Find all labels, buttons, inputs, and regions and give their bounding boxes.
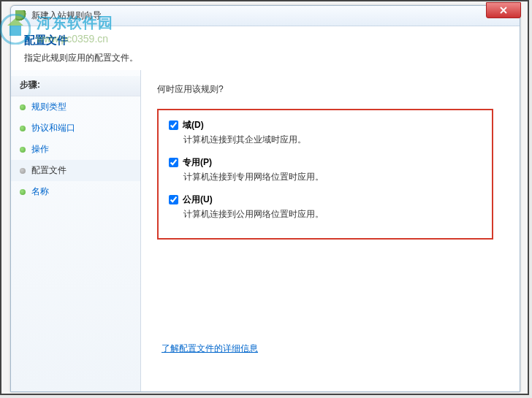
watermark-site-name: 河东软件园	[37, 13, 113, 33]
bullet-icon	[20, 168, 26, 174]
public-desc: 计算机连接到公用网络位置时应用。	[169, 208, 482, 221]
private-label: 专用(P)	[183, 156, 212, 169]
main-panel: 何时应用该规则? 域(D) 计算机连接到其企业域时应用。 专用(P)	[141, 70, 520, 391]
step-action[interactable]: 操作	[11, 139, 140, 160]
bullet-icon	[20, 189, 26, 195]
public-checkbox[interactable]	[169, 195, 178, 204]
private-checkbox[interactable]	[169, 158, 178, 167]
step-label: 规则类型	[31, 101, 66, 113]
watermark-logo-icon	[0, 14, 31, 45]
wizard-window: 新建入站规则向导 配置文件 指定此规则应用的配置文件。 步骤: 规则类型 协议和…	[10, 5, 520, 392]
domain-desc: 计算机连接到其企业域时应用。	[169, 134, 482, 146]
close-icon	[500, 7, 507, 14]
watermark: 河东软件园 www.pc0359.cn	[0, 13, 113, 45]
bullet-icon	[20, 126, 26, 131]
step-name[interactable]: 名称	[11, 181, 140, 202]
option-domain: 域(D) 计算机连接到其企业域时应用。	[169, 119, 482, 146]
page-subtitle: 指定此规则应用的配置文件。	[24, 52, 506, 64]
step-profile[interactable]: 配置文件	[11, 160, 140, 181]
domain-checkbox[interactable]	[169, 120, 178, 130]
option-private: 专用(P) 计算机连接到专用网络位置时应用。	[169, 156, 482, 183]
bullet-icon	[20, 147, 26, 153]
bullet-icon	[20, 104, 26, 110]
private-desc: 计算机连接到专用网络位置时应用。	[169, 171, 482, 183]
step-label: 协议和端口	[31, 122, 75, 134]
step-label: 名称	[31, 185, 49, 198]
svg-rect-1	[10, 26, 21, 36]
step-rule-type[interactable]: 规则类型	[11, 96, 140, 118]
steps-sidebar: 步骤: 规则类型 协议和端口 操作 配置文件	[11, 70, 141, 391]
step-label: 操作	[31, 143, 49, 156]
option-public: 公用(U) 计算机连接到公用网络位置时应用。	[169, 194, 482, 221]
step-protocol-port[interactable]: 协议和端口	[11, 118, 140, 139]
close-button[interactable]	[486, 2, 521, 18]
learn-more-link[interactable]: 了解配置文件的详细信息	[162, 342, 258, 355]
watermark-site-url: www.pc0359.cn	[37, 33, 113, 45]
step-label: 配置文件	[31, 164, 66, 177]
steps-heading: 步骤:	[11, 76, 140, 96]
domain-label: 域(D)	[183, 119, 204, 131]
question-text: 何时应用该规则?	[157, 83, 503, 96]
public-label: 公用(U)	[183, 194, 213, 206]
button-bar: < 上一步(B) 下一步	[11, 391, 520, 398]
profiles-box: 域(D) 计算机连接到其企业域时应用。 专用(P) 计算机连接到专用网络位置时应…	[157, 109, 493, 240]
